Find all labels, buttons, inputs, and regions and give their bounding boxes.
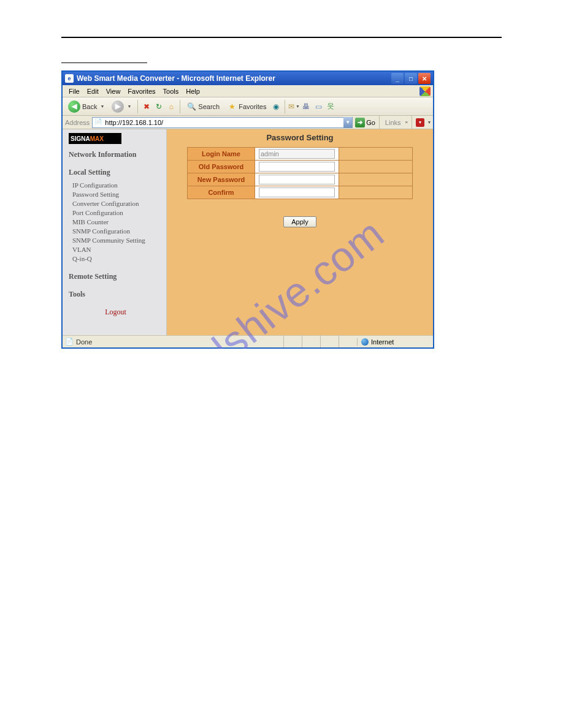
toolbar-separator [412,116,412,129]
top-divider [61,37,502,38]
chevron-down-icon[interactable]: ▼ [343,117,352,128]
apply-button[interactable]: Apply [283,216,316,227]
links-label[interactable]: Links [383,119,403,126]
table-row: Confirm [188,186,413,199]
back-button[interactable]: ◀ Back ▼ [66,99,107,114]
table-row: Old Password [188,161,413,173]
sidebar-item-snmp-community[interactable]: SNMP Community Setting [72,236,163,245]
login-name-label: Login Name [188,148,255,161]
logout-link[interactable]: Logout [69,308,163,317]
section-underline [61,63,147,63]
messenger-icon[interactable]: 웃 [326,102,335,112]
sidebar-item-snmp[interactable]: SNMP Configuration [72,227,163,236]
chevron-down-icon: ▼ [127,104,131,108]
content-area: SIGNAMAX Network Information Local Setti… [63,129,433,335]
go-label: Go [366,119,375,126]
addressbar: Address 📄 http://192.168.1.10/ ▼ ➔ Go Li… [63,116,433,129]
media-icon[interactable]: ◉ [271,102,281,112]
spacer [339,186,413,199]
confirm-password-label: Confirm [188,186,255,199]
sidebar-item-port[interactable]: Port Configuration [72,208,163,218]
status-zone: Internet [357,338,431,346]
sidebar-head-network[interactable]: Network Information [69,150,163,159]
close-button[interactable]: ✕ [418,73,431,84]
logo-left: SIGNA [71,135,90,142]
menubar: File Edit View Favorites Tools Help [63,85,433,97]
page-icon: 📄 [94,118,103,127]
menu-help[interactable]: Help [182,86,204,96]
toolbar-separator [379,116,380,129]
password-form-table: Login Name Old Password New Password [187,147,413,199]
spacer [339,173,413,186]
status-cell [320,336,339,347]
forward-arrow-icon: ▶ [112,100,124,113]
forward-button[interactable]: ▶ ▼ [109,99,134,114]
search-label: Search [198,103,220,110]
address-input[interactable]: 📄 http://192.168.1.10/ ▼ [92,117,353,128]
globe-icon [361,338,369,346]
menu-file[interactable]: File [65,86,83,96]
status-cell [302,336,320,347]
menu-favorites[interactable]: Favorites [124,86,159,96]
chevron-down-icon: ▼ [100,104,104,108]
browser-window: e Web Smart Media Converter - Microsoft … [61,70,434,349]
sidebar-item-password[interactable]: Password Setting [72,190,163,199]
search-button[interactable]: 🔍 Search [184,100,222,113]
stop-icon[interactable]: ✖ [142,102,151,112]
sidebar-head-remote[interactable]: Remote Setting [69,272,163,281]
sidebar: SIGNAMAX Network Information Local Setti… [63,129,167,335]
new-password-input[interactable] [259,175,335,184]
print-icon[interactable]: 🖶 [301,102,311,112]
minimize-button[interactable]: _ [391,73,404,84]
login-name-input[interactable] [259,149,335,159]
windows-flag-icon [419,86,431,96]
table-row: New Password [188,173,413,186]
chevron-right-icon: » [405,119,408,125]
sidebar-local-list: IP Configuration Password Setting Conver… [72,181,163,264]
toolbar-separator [137,100,138,113]
menu-view[interactable]: View [102,86,124,96]
sidebar-item-mib[interactable]: MIB Counter [72,218,163,227]
edit-icon[interactable]: ▭ [313,102,323,112]
favorites-button[interactable]: ★ Favorites [224,100,269,113]
toolbar-separator [180,100,180,113]
go-button[interactable]: ➔ Go [355,118,375,127]
maximize-button[interactable]: □ [405,73,417,84]
refresh-icon[interactable]: ↻ [154,102,164,112]
status-cell [339,336,357,347]
sidebar-item-vlan[interactable]: VLAN [72,245,163,254]
star-icon: ★ [227,102,237,112]
logo: SIGNAMAX [69,133,121,144]
toolbar: ◀ Back ▼ ▶ ▼ ✖ ↻ ⌂ 🔍 Search ★ Favorites … [63,97,433,116]
menu-tools[interactable]: Tools [159,86,183,96]
sidebar-item-qinq[interactable]: Q-in-Q [72,254,163,264]
address-url: http://192.168.1.10/ [105,119,342,126]
zone-label: Internet [371,338,394,346]
titlebar: e Web Smart Media Converter - Microsoft … [63,72,433,85]
page-title: Password Setting [175,133,424,142]
main-panel: Password Setting Login Name Old Password… [167,129,433,335]
old-password-input[interactable] [259,162,335,172]
sidebar-head-local[interactable]: Local Setting [69,168,163,177]
window-title: Web Smart Media Converter - Microsoft In… [77,74,391,83]
logo-right: MAX [90,135,104,142]
sidebar-item-ip[interactable]: IP Configuration [72,181,163,190]
favorites-label: Favorites [239,103,266,110]
go-arrow-icon: ➔ [355,118,365,127]
status-done: Done [76,338,283,346]
sidebar-head-tools[interactable]: Tools [69,290,163,299]
sidebar-item-converter[interactable]: Converter Configuration [72,199,163,208]
menu-edit[interactable]: Edit [83,86,102,96]
back-arrow-icon: ◀ [68,100,80,113]
statusbar: 📄 Done Internet [63,335,433,347]
status-cell [283,336,302,347]
mail-icon[interactable]: ✉▼ [289,102,299,112]
address-label: Address [65,119,90,126]
search-icon: 🔍 [186,102,196,112]
home-icon[interactable]: ⌂ [166,102,176,112]
confirm-password-input[interactable] [259,188,335,197]
spacer [339,161,413,173]
new-password-label: New Password [188,173,255,186]
pdf-icon[interactable]: ▾ [416,118,424,127]
table-row: Login Name [188,148,413,161]
